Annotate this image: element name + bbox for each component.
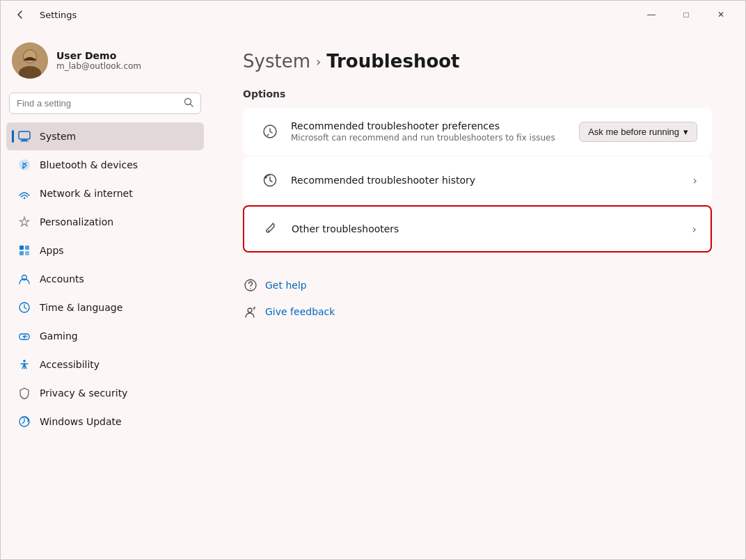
links-section: Get help Give feedback	[243, 275, 712, 322]
svg-point-3	[24, 50, 36, 63]
content-area: User Demo m_lab@outlook.com	[1, 29, 745, 559]
option-other-troubleshooters[interactable]: Other troubleshooters ›	[243, 205, 712, 253]
sidebar-item-apps-label: Apps	[40, 245, 64, 256]
option-other-troubleshooters-title: Other troubleshooters	[292, 223, 692, 234]
svg-point-26	[268, 230, 269, 232]
nav-menu: System Bluetooth & devices	[1, 122, 209, 435]
option-recommended-prefs-right: Ask me before running ▾	[579, 122, 697, 142]
svg-point-22	[23, 360, 26, 362]
give-feedback-link[interactable]: Give feedback	[243, 301, 712, 322]
svg-rect-7	[22, 140, 27, 141]
search-input[interactable]	[17, 98, 178, 109]
gaming-icon	[17, 329, 31, 343]
sidebar: User Demo m_lab@outlook.com	[1, 29, 209, 559]
personalization-icon	[17, 215, 31, 229]
sidebar-item-bluetooth-label: Bluetooth & devices	[40, 159, 138, 170]
avatar	[12, 42, 48, 79]
sidebar-item-privacy-label: Privacy & security	[40, 387, 127, 399]
main-content: System › Troubleshoot Options	[209, 29, 745, 559]
time-icon	[17, 301, 31, 314]
user-email: m_lab@outlook.com	[56, 61, 141, 71]
user-info: User Demo m_lab@outlook.com	[56, 50, 141, 71]
window-title: Settings	[40, 10, 77, 20]
ask-before-running-dropdown[interactable]: Ask me before running ▾	[579, 122, 697, 142]
option-recommended-history-right: ›	[693, 174, 697, 187]
minimize-button[interactable]: —	[635, 3, 667, 26]
sidebar-item-time-label: Time & language	[40, 302, 122, 313]
section-title: Options	[243, 88, 712, 99]
option-recommended-prefs-desc: Microsoft can recommend and run troubles…	[291, 133, 579, 143]
update-icon	[17, 415, 31, 429]
sidebar-item-bluetooth[interactable]: Bluetooth & devices	[6, 151, 204, 179]
privacy-icon	[17, 386, 31, 400]
sidebar-item-apps[interactable]: Apps	[6, 237, 204, 264]
apps-icon	[17, 243, 31, 257]
svg-line-5	[191, 104, 193, 107]
svg-point-20	[26, 336, 28, 337]
history-icon	[257, 173, 283, 188]
search-icon	[184, 97, 193, 109]
sidebar-item-accounts[interactable]: Accounts	[6, 265, 204, 293]
sidebar-item-update-label: Windows Update	[40, 416, 122, 427]
chevron-right-icon: ›	[693, 174, 697, 187]
option-recommended-history-text: Recommended troubleshooter history	[291, 175, 693, 186]
back-button[interactable]	[9, 3, 31, 26]
bluetooth-icon	[17, 158, 31, 172]
breadcrumb-arrow: ›	[316, 54, 321, 69]
svg-point-28	[250, 288, 251, 289]
sidebar-item-update[interactable]: Windows Update	[6, 408, 204, 435]
sidebar-item-accessibility-label: Accessibility	[40, 359, 100, 370]
wrench-icon	[258, 221, 283, 237]
svg-rect-11	[19, 246, 24, 250]
svg-point-9	[19, 159, 30, 170]
titlebar-left: Settings	[9, 3, 77, 26]
sidebar-item-network-label: Network & internet	[40, 188, 133, 199]
svg-point-10	[24, 198, 25, 199]
svg-rect-14	[25, 251, 29, 255]
options-list: Recommended troubleshooter preferences M…	[243, 108, 712, 253]
accounts-icon	[17, 272, 31, 286]
svg-point-29	[248, 308, 252, 312]
option-recommended-prefs-text: Recommended troubleshooter preferences M…	[291, 120, 579, 143]
troubleshooter-prefs-icon	[257, 124, 283, 139]
breadcrumb: System › Troubleshoot	[243, 51, 712, 72]
breadcrumb-parent: System	[243, 51, 310, 72]
sidebar-item-personalization[interactable]: Personalization	[6, 208, 204, 236]
option-recommended-prefs[interactable]: Recommended troubleshooter preferences M…	[243, 108, 712, 155]
sidebar-item-time[interactable]: Time & language	[6, 294, 204, 321]
dropdown-label: Ask me before running	[588, 127, 679, 137]
svg-rect-6	[19, 131, 30, 139]
give-feedback-label: Give feedback	[265, 306, 335, 317]
titlebar: Settings — □ ✕	[1, 1, 745, 29]
option-other-troubleshooters-text: Other troubleshooters	[292, 223, 692, 234]
option-recommended-history[interactable]: Recommended troubleshooter history ›	[243, 157, 712, 204]
get-help-link[interactable]: Get help	[243, 275, 712, 296]
dropdown-chevron-icon: ▾	[683, 127, 688, 137]
search-box[interactable]	[9, 93, 201, 114]
option-recommended-history-title: Recommended troubleshooter history	[291, 175, 693, 186]
breadcrumb-current: Troubleshoot	[326, 51, 459, 72]
get-help-icon	[243, 278, 258, 293]
sidebar-item-gaming-label: Gaming	[40, 330, 78, 342]
give-feedback-icon	[243, 304, 258, 319]
sidebar-item-personalization-label: Personalization	[40, 216, 113, 227]
sidebar-item-accessibility[interactable]: Accessibility	[6, 351, 204, 378]
accessibility-icon	[17, 358, 31, 371]
get-help-label: Get help	[265, 280, 307, 291]
user-name: User Demo	[56, 50, 141, 61]
svg-rect-8	[20, 141, 29, 142]
sidebar-item-privacy[interactable]: Privacy & security	[6, 379, 204, 407]
system-icon	[17, 129, 31, 143]
network-icon	[17, 186, 31, 200]
sidebar-item-system[interactable]: System	[6, 122, 204, 150]
sidebar-item-gaming[interactable]: Gaming	[6, 322, 204, 350]
svg-rect-13	[19, 251, 24, 255]
option-recommended-prefs-title: Recommended troubleshooter preferences	[291, 120, 579, 131]
option-other-troubleshooters-right: ›	[692, 223, 697, 236]
user-section: User Demo m_lab@outlook.com	[1, 34, 209, 93]
sidebar-item-network[interactable]: Network & internet	[6, 179, 204, 207]
close-button[interactable]: ✕	[705, 3, 737, 26]
sidebar-item-accounts-label: Accounts	[40, 273, 84, 285]
settings-window: Settings — □ ✕	[0, 0, 746, 560]
maximize-button[interactable]: □	[670, 3, 702, 26]
